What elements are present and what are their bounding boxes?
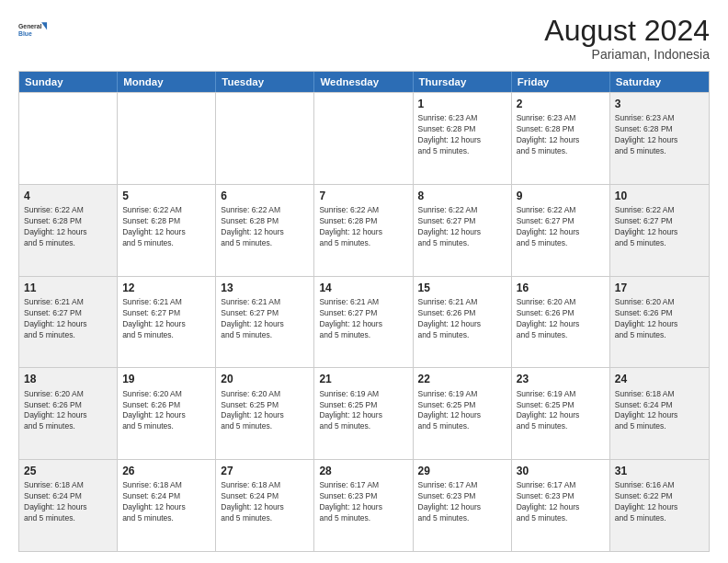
calendar-cell: 13Sunrise: 6:21 AMSunset: 6:27 PMDayligh…: [216, 277, 314, 368]
calendar-cell: 23Sunrise: 6:19 AMSunset: 6:25 PMDayligh…: [512, 368, 610, 459]
calendar-cell: 10Sunrise: 6:22 AMSunset: 6:27 PMDayligh…: [610, 185, 709, 276]
calendar-cell: 8Sunrise: 6:22 AMSunset: 6:27 PMDaylight…: [414, 185, 512, 276]
calendar-row: 11Sunrise: 6:21 AMSunset: 6:27 PMDayligh…: [19, 276, 709, 368]
day-info: Sunrise: 6:16 AMSunset: 6:22 PMDaylight:…: [615, 480, 704, 524]
day-info: Sunrise: 6:21 AMSunset: 6:27 PMDaylight:…: [319, 297, 407, 341]
main-title: August 2024: [544, 15, 710, 47]
col-thursday: Thursday: [414, 72, 512, 92]
calendar-cell: 29Sunrise: 6:17 AMSunset: 6:23 PMDayligh…: [414, 460, 512, 551]
day-info: Sunrise: 6:22 AMSunset: 6:28 PMDaylight:…: [221, 205, 309, 249]
day-number: 20: [221, 372, 309, 386]
day-number: 25: [24, 464, 112, 478]
day-number: 15: [418, 281, 506, 295]
day-number: 13: [221, 281, 309, 295]
day-info: Sunrise: 6:20 AMSunset: 6:26 PMDaylight:…: [615, 297, 704, 341]
day-info: Sunrise: 6:22 AMSunset: 6:27 PMDaylight:…: [418, 205, 506, 249]
day-info: Sunrise: 6:20 AMSunset: 6:25 PMDaylight:…: [221, 389, 309, 433]
col-monday: Monday: [118, 72, 216, 92]
col-friday: Friday: [512, 72, 610, 92]
day-number: 2: [517, 97, 605, 111]
calendar-cell: 4Sunrise: 6:22 AMSunset: 6:28 PMDaylight…: [19, 185, 118, 276]
day-number: 4: [24, 189, 112, 203]
day-info: Sunrise: 6:22 AMSunset: 6:28 PMDaylight:…: [24, 205, 112, 249]
calendar-header: Sunday Monday Tuesday Wednesday Thursday…: [19, 72, 709, 92]
calendar-body: 1Sunrise: 6:23 AMSunset: 6:28 PMDaylight…: [19, 92, 709, 551]
day-info: Sunrise: 6:17 AMSunset: 6:23 PMDaylight:…: [517, 480, 605, 524]
calendar-row: 4Sunrise: 6:22 AMSunset: 6:28 PMDaylight…: [19, 184, 709, 276]
calendar-row: 1Sunrise: 6:23 AMSunset: 6:28 PMDaylight…: [19, 92, 709, 184]
calendar-cell: 15Sunrise: 6:21 AMSunset: 6:26 PMDayligh…: [414, 277, 512, 368]
day-number: 6: [221, 189, 309, 203]
calendar-cell: 14Sunrise: 6:21 AMSunset: 6:27 PMDayligh…: [314, 277, 413, 368]
calendar-cell: 26Sunrise: 6:18 AMSunset: 6:24 PMDayligh…: [118, 460, 216, 551]
day-info: Sunrise: 6:22 AMSunset: 6:27 PMDaylight:…: [517, 205, 605, 249]
col-tuesday: Tuesday: [216, 72, 314, 92]
calendar-cell: 1Sunrise: 6:23 AMSunset: 6:28 PMDaylight…: [414, 93, 512, 184]
day-info: Sunrise: 6:21 AMSunset: 6:27 PMDaylight:…: [24, 297, 112, 341]
day-info: Sunrise: 6:21 AMSunset: 6:27 PMDaylight:…: [221, 297, 309, 341]
day-number: 3: [615, 97, 704, 111]
day-info: Sunrise: 6:18 AMSunset: 6:24 PMDaylight:…: [122, 480, 210, 524]
day-number: 30: [517, 464, 605, 478]
day-info: Sunrise: 6:21 AMSunset: 6:26 PMDaylight:…: [418, 297, 506, 341]
calendar-cell: 25Sunrise: 6:18 AMSunset: 6:24 PMDayligh…: [19, 460, 118, 551]
day-info: Sunrise: 6:19 AMSunset: 6:25 PMDaylight:…: [319, 389, 407, 433]
header: GeneralBlue August 2024 Pariaman, Indone…: [18, 15, 710, 62]
day-info: Sunrise: 6:19 AMSunset: 6:25 PMDaylight:…: [418, 389, 506, 433]
day-number: 23: [517, 372, 605, 386]
title-block: August 2024 Pariaman, Indonesia: [544, 15, 710, 62]
svg-text:General: General: [18, 23, 42, 29]
calendar-cell: 2Sunrise: 6:23 AMSunset: 6:28 PMDaylight…: [512, 93, 610, 184]
day-number: 5: [122, 189, 210, 203]
day-info: Sunrise: 6:20 AMSunset: 6:26 PMDaylight:…: [122, 389, 210, 433]
day-number: 8: [418, 189, 506, 203]
col-sunday: Sunday: [19, 72, 118, 92]
day-info: Sunrise: 6:20 AMSunset: 6:26 PMDaylight:…: [24, 389, 112, 433]
day-number: 7: [319, 189, 407, 203]
day-number: 17: [615, 281, 704, 295]
calendar-cell: 28Sunrise: 6:17 AMSunset: 6:23 PMDayligh…: [314, 460, 413, 551]
calendar-cell: 21Sunrise: 6:19 AMSunset: 6:25 PMDayligh…: [314, 368, 413, 459]
day-info: Sunrise: 6:21 AMSunset: 6:27 PMDaylight:…: [122, 297, 210, 341]
day-number: 11: [24, 281, 112, 295]
day-number: 29: [418, 464, 506, 478]
calendar-cell: 6Sunrise: 6:22 AMSunset: 6:28 PMDaylight…: [216, 185, 314, 276]
calendar-cell: [314, 93, 413, 184]
day-number: 1: [418, 97, 506, 111]
day-info: Sunrise: 6:22 AMSunset: 6:28 PMDaylight:…: [319, 205, 407, 249]
day-info: Sunrise: 6:19 AMSunset: 6:25 PMDaylight:…: [517, 389, 605, 433]
calendar-cell: 17Sunrise: 6:20 AMSunset: 6:26 PMDayligh…: [610, 277, 709, 368]
day-number: 26: [122, 464, 210, 478]
calendar-cell: [216, 93, 314, 184]
calendar-cell: 22Sunrise: 6:19 AMSunset: 6:25 PMDayligh…: [414, 368, 512, 459]
day-number: 28: [319, 464, 407, 478]
day-info: Sunrise: 6:18 AMSunset: 6:24 PMDaylight:…: [615, 389, 704, 433]
calendar-cell: 19Sunrise: 6:20 AMSunset: 6:26 PMDayligh…: [118, 368, 216, 459]
day-info: Sunrise: 6:23 AMSunset: 6:28 PMDaylight:…: [615, 113, 704, 157]
calendar-cell: 20Sunrise: 6:20 AMSunset: 6:25 PMDayligh…: [216, 368, 314, 459]
day-info: Sunrise: 6:17 AMSunset: 6:23 PMDaylight:…: [319, 480, 407, 524]
day-info: Sunrise: 6:22 AMSunset: 6:28 PMDaylight:…: [122, 205, 210, 249]
day-number: 9: [517, 189, 605, 203]
day-number: 31: [615, 464, 704, 478]
svg-text:Blue: Blue: [18, 30, 32, 37]
calendar-row: 25Sunrise: 6:18 AMSunset: 6:24 PMDayligh…: [19, 459, 709, 551]
calendar: Sunday Monday Tuesday Wednesday Thursday…: [18, 71, 710, 552]
calendar-cell: 5Sunrise: 6:22 AMSunset: 6:28 PMDaylight…: [118, 185, 216, 276]
day-info: Sunrise: 6:17 AMSunset: 6:23 PMDaylight:…: [418, 480, 506, 524]
calendar-cell: 24Sunrise: 6:18 AMSunset: 6:24 PMDayligh…: [610, 368, 709, 459]
calendar-cell: 7Sunrise: 6:22 AMSunset: 6:28 PMDaylight…: [314, 185, 413, 276]
day-number: 24: [615, 372, 704, 386]
calendar-cell: 12Sunrise: 6:21 AMSunset: 6:27 PMDayligh…: [118, 277, 216, 368]
col-saturday: Saturday: [610, 72, 709, 92]
logo-icon: GeneralBlue: [18, 15, 48, 44]
day-info: Sunrise: 6:23 AMSunset: 6:28 PMDaylight:…: [517, 113, 605, 157]
calendar-cell: 9Sunrise: 6:22 AMSunset: 6:27 PMDaylight…: [512, 185, 610, 276]
subtitle: Pariaman, Indonesia: [544, 47, 710, 62]
calendar-cell: 31Sunrise: 6:16 AMSunset: 6:22 PMDayligh…: [610, 460, 709, 551]
svg-marker-2: [41, 22, 47, 29]
calendar-cell: 30Sunrise: 6:17 AMSunset: 6:23 PMDayligh…: [512, 460, 610, 551]
calendar-cell: 16Sunrise: 6:20 AMSunset: 6:26 PMDayligh…: [512, 277, 610, 368]
day-number: 22: [418, 372, 506, 386]
day-info: Sunrise: 6:22 AMSunset: 6:27 PMDaylight:…: [615, 205, 704, 249]
